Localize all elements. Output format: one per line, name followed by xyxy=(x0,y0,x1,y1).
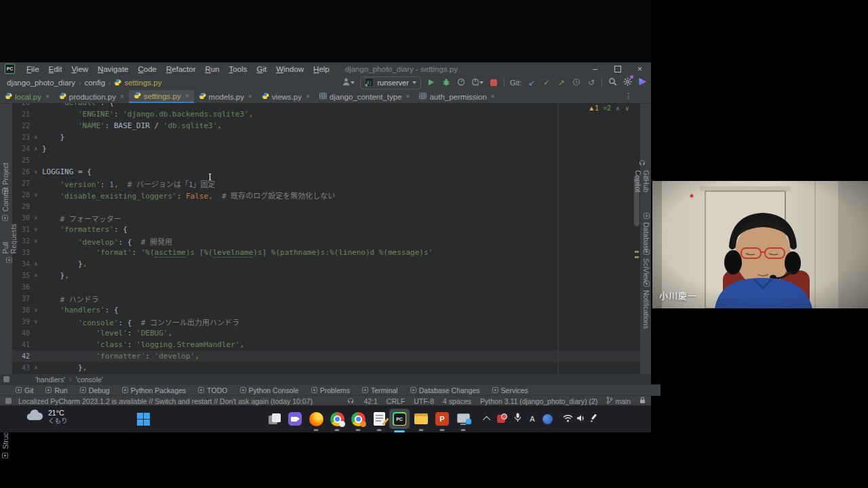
pycharm-taskbar-button[interactable]: PC xyxy=(389,409,410,429)
menu-view[interactable]: View xyxy=(66,64,93,75)
powerpoint-button[interactable]: P xyxy=(433,410,451,428)
stripe-item-sciview[interactable]: SciView xyxy=(642,249,650,283)
status-item[interactable]: CRLF xyxy=(387,397,405,405)
fold-marker-icon[interactable]: ∨ xyxy=(30,238,42,244)
tab-close-icon[interactable]: × xyxy=(120,93,124,100)
tab-close-icon[interactable]: × xyxy=(306,93,310,100)
code-line-29[interactable]: 29 xyxy=(12,201,640,212)
tab-options-kebab-icon[interactable]: ⋮ xyxy=(625,92,632,100)
fold-marker-icon[interactable]: ∨ xyxy=(30,307,42,313)
status-item[interactable]: UTF-8 xyxy=(414,397,434,405)
tab-settings.py[interactable]: settings.py× xyxy=(129,90,194,103)
stripe-item-notifications[interactable]: Notifications xyxy=(642,281,650,329)
menu-help[interactable]: Help xyxy=(309,64,334,75)
code-line-33[interactable]: 33 'format': '%(asctime)s [%(levelname)s… xyxy=(12,247,640,258)
status-item[interactable]: 4 spaces xyxy=(443,397,471,405)
menu-edit[interactable]: Edit xyxy=(44,64,67,75)
ai-assistant-button[interactable] xyxy=(637,77,647,89)
weather-widget[interactable]: 21°C くもり xyxy=(26,409,68,424)
status-item[interactable]: Python 3.11 (django_photo_diary) (2) xyxy=(480,397,597,405)
stripe-item-pull-requests[interactable]: Pull Requests xyxy=(1,224,18,263)
menu-git[interactable]: Git xyxy=(252,64,271,75)
code-line-42[interactable]: 42 'formatter': 'develop', xyxy=(12,350,640,362)
code-line-24[interactable]: 24∧} xyxy=(12,143,640,155)
toolwindow-problems[interactable]: Problems xyxy=(305,386,356,394)
code-line-38[interactable]: 38∨ 'handlers': { xyxy=(12,304,640,316)
fold-marker-icon[interactable]: ∨ xyxy=(30,319,42,325)
prev-issue-icon[interactable]: ∧ xyxy=(616,105,620,112)
code-line-32[interactable]: 32∨ 'develop': { # 開発用 xyxy=(12,235,640,247)
pen-tray-button[interactable] xyxy=(585,410,602,428)
stripe-item-github-copilot[interactable]: GitHub Copilot xyxy=(634,159,650,192)
code-line-36[interactable]: 36 xyxy=(12,281,640,293)
git-branch-widget[interactable]: main xyxy=(606,396,631,405)
fold-marker-icon[interactable]: ∨ xyxy=(30,192,42,198)
fold-marker-icon[interactable]: ∨ xyxy=(30,169,42,175)
tab-views.py[interactable]: views.py× xyxy=(257,90,315,103)
error-stripe-mark[interactable] xyxy=(635,251,639,253)
remote-desktop-button[interactable] xyxy=(454,410,472,428)
toolwindow-git[interactable]: Git xyxy=(9,386,39,394)
menu-run[interactable]: Run xyxy=(201,64,224,75)
code-line-26[interactable]: 26∨LOGGING = { xyxy=(12,166,640,178)
fold-marker-icon[interactable]: ∧ xyxy=(30,146,42,152)
run-config-selector[interactable]: dj runserver xyxy=(360,77,420,89)
code-with-me-button[interactable] xyxy=(342,77,355,89)
start-button[interactable] xyxy=(134,410,152,428)
menu-refactor[interactable]: Refactor xyxy=(161,64,200,75)
git-push-button[interactable]: ↗ xyxy=(557,77,566,89)
menu-window[interactable]: Window xyxy=(271,64,309,75)
code-line-41[interactable]: 41 'class': 'logging.StreamHandler', xyxy=(12,339,640,350)
stripe-item-commit[interactable]: Commit xyxy=(1,187,9,221)
settings-button[interactable] xyxy=(623,77,632,89)
code-line-35[interactable]: 35∧ }, xyxy=(12,270,640,281)
code-line-27[interactable]: 27 'version': 1, # バージョンは「1」固定 xyxy=(12,178,640,189)
toolwindow-run[interactable]: Run xyxy=(39,386,73,394)
tool-switcher-icon[interactable] xyxy=(3,376,9,382)
breadcrumb-folder[interactable]: config xyxy=(84,79,105,87)
breadcrumb-file[interactable]: settings.py xyxy=(114,79,161,87)
menu-code[interactable]: Code xyxy=(134,64,162,75)
code-editor[interactable]: 20 'default': {21 'ENGINE': 'django.db.b… xyxy=(12,103,640,374)
history-button[interactable] xyxy=(572,77,581,89)
inspections-widget[interactable]: ▲1 ≈2 ∧ ∨ xyxy=(588,104,629,112)
debug-button[interactable] xyxy=(441,77,451,89)
code-line-43[interactable]: 43∧ }, xyxy=(12,362,640,373)
code-line-37[interactable]: 37 # ハンドラ xyxy=(12,293,640,304)
maximize-button[interactable] xyxy=(606,62,629,75)
menu-navigate[interactable]: Navigate xyxy=(93,64,133,75)
code-line-40[interactable]: 40 'level': 'DEBUG', xyxy=(12,327,640,339)
chat-button[interactable] xyxy=(286,410,304,428)
status-message[interactable]: Localized PyCharm 2023.1.2 is available … xyxy=(18,397,313,405)
next-issue-icon[interactable]: ∨ xyxy=(625,105,629,112)
tab-close-icon[interactable]: × xyxy=(248,93,252,100)
toolwindow-python-console[interactable]: Python Console xyxy=(234,386,305,394)
firefox-button[interactable] xyxy=(307,410,325,428)
code-line-21[interactable]: 21 'ENGINE': 'django.db.backends.sqlite3… xyxy=(12,108,640,120)
breadcrumb-handlers[interactable]: 'handlers' xyxy=(35,375,65,384)
breadcrumb-project[interactable]: django_photo_diary xyxy=(7,79,75,87)
fold-marker-icon[interactable]: ∧ xyxy=(30,365,42,371)
code-line-31[interactable]: 31∨ 'formatters': { xyxy=(12,224,640,235)
toolwindow-terminal[interactable]: Terminal xyxy=(356,386,404,394)
coverage-button[interactable] xyxy=(471,77,484,89)
fold-marker-icon[interactable]: ∧ xyxy=(30,134,42,140)
tab-django_content_type[interactable]: django_content_type× xyxy=(315,90,415,103)
git-update-button[interactable]: ↙ xyxy=(527,77,536,89)
minimize-button[interactable]: – xyxy=(584,62,606,75)
fold-marker-icon[interactable]: ∧ xyxy=(30,215,42,221)
code-line-34[interactable]: 34∧ }, xyxy=(12,258,640,270)
chrome-button-1[interactable] xyxy=(328,410,346,428)
fold-marker-icon[interactable]: ∧ xyxy=(30,272,42,279)
fold-marker-icon[interactable]: ∧ xyxy=(30,261,42,267)
code-line-28[interactable]: 28∨ 'disable_existing_loggers': False, #… xyxy=(12,189,640,201)
code-line-39[interactable]: 39∨ 'console': { # コンソール出力用ハンドラ xyxy=(12,316,640,327)
user-tray-button[interactable] xyxy=(538,410,556,428)
code-line-30[interactable]: 30∧ # フォーマッター xyxy=(12,212,640,224)
tab-close-icon[interactable]: × xyxy=(491,93,495,100)
tab-close-icon[interactable]: × xyxy=(45,93,50,100)
toolwindow-services[interactable]: Services xyxy=(486,386,534,394)
lock-icon[interactable] xyxy=(639,396,646,405)
stripe-item-database[interactable]: Database xyxy=(642,213,650,253)
menu-tools[interactable]: Tools xyxy=(224,64,252,75)
